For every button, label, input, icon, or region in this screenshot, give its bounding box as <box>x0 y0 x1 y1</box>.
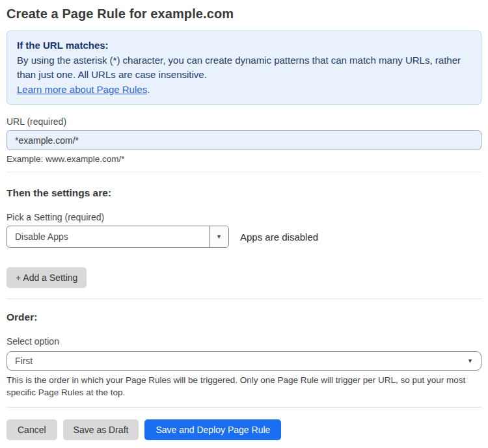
add-setting-button[interactable]: + Add a Setting <box>7 267 87 288</box>
cancel-button[interactable]: Cancel <box>7 419 57 440</box>
setting-row: Disable Apps ▼ Apps are disabled <box>7 226 481 248</box>
learn-more-link[interactable]: Learn more about Page Rules <box>17 84 147 95</box>
page-rule-form: Create a Page Rule for example.com If th… <box>0 0 488 440</box>
url-example-helper: Example: www.example.com/* <box>7 154 481 164</box>
url-field-label: URL (required) <box>7 116 481 127</box>
chevron-down-icon: ▼ <box>216 233 222 240</box>
divider <box>7 172 481 172</box>
setting-dropdown-value: Disable Apps <box>7 226 209 247</box>
save-as-draft-button[interactable]: Save as Draft <box>63 419 139 440</box>
settings-section-heading: Then the settings are: <box>7 187 481 199</box>
setting-status-text: Apps are disabled <box>240 231 318 243</box>
info-box-heading: If the URL matches: <box>17 38 471 53</box>
select-option-label: Select option <box>7 336 481 347</box>
info-box-body: By using the asterisk (*) character, you… <box>17 53 471 83</box>
info-box-link-line: Learn more about Page Rules. <box>17 83 471 98</box>
link-suffix: . <box>147 84 150 95</box>
order-select-wrap: First ▼ <box>7 351 481 371</box>
save-and-deploy-button[interactable]: Save and Deploy Page Rule <box>144 419 281 440</box>
footer-actions: Cancel Save as Draft Save and Deploy Pag… <box>7 419 481 440</box>
order-section-heading: Order: <box>7 311 481 323</box>
page-title: Create a Page Rule for example.com <box>7 7 481 21</box>
order-helper-text: This is the order in which your Page Rul… <box>7 374 481 399</box>
pick-setting-label: Pick a Setting (required) <box>7 212 481 222</box>
divider <box>7 407 481 408</box>
setting-dropdown-button[interactable]: ▼ <box>209 226 228 247</box>
order-select[interactable]: First <box>7 351 481 371</box>
divider <box>7 298 481 299</box>
url-match-info-box: If the URL matches: By using the asteris… <box>7 31 481 105</box>
setting-dropdown[interactable]: Disable Apps ▼ <box>7 226 229 248</box>
url-input[interactable] <box>7 130 481 150</box>
order-select-value: First <box>15 356 33 366</box>
